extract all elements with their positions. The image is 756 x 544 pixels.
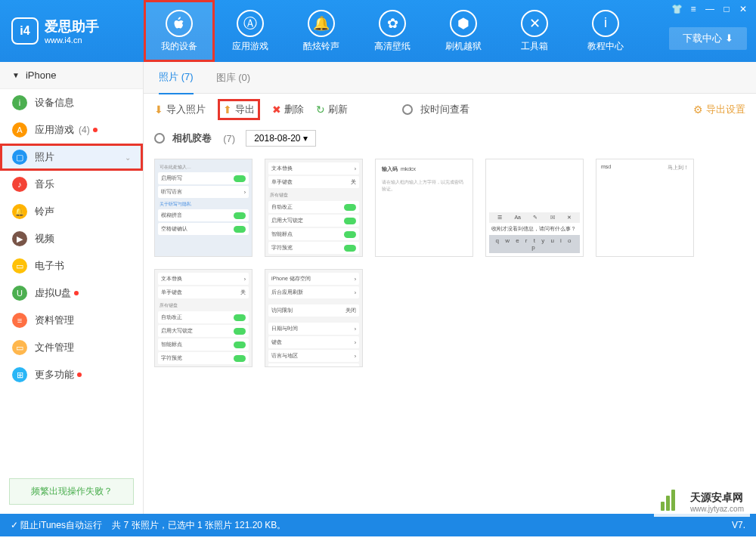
- chevron-down-icon: ⌄: [125, 153, 131, 162]
- chevron-down-icon: ▾: [303, 133, 308, 144]
- import-icon: ⬇: [154, 104, 163, 116]
- sidebar-item-udisk[interactable]: U 虚拟U盘: [0, 280, 143, 307]
- flower-icon: ✿: [379, 10, 406, 37]
- music-icon: ♪: [12, 177, 27, 192]
- sidebar-item-more[interactable]: ⊞ 更多功能: [0, 361, 143, 388]
- main-nav: 我的设备 Ⓐ 应用游戏 🔔 酷炫铃声 ✿ 高清壁纸 ⬢ 刷机越狱 ✕ 工具箱 i…: [144, 0, 756, 62]
- nav-wallpapers[interactable]: ✿ 高清壁纸: [357, 0, 428, 62]
- info-icon: i: [12, 95, 27, 110]
- radio-icon: [402, 104, 413, 115]
- bell-icon: 🔔: [12, 204, 27, 219]
- usb-icon: U: [12, 286, 27, 301]
- status-bar: ✓ 阻止iTunes自动运行 共 7 张照片，已选中 1 张照片 121.20 …: [0, 514, 756, 536]
- wrench-icon: ✕: [521, 10, 548, 37]
- photo-thumb[interactable]: ☰Aa✎☒✕ 收刚才没看到信息，请问有什么事？ q w e r t y u i …: [485, 159, 584, 257]
- photo-thumb[interactable]: iPhone 储存空间› 后台应用刷新› 访问限制关闭 日期与时间› 键盘› 语…: [265, 269, 363, 367]
- video-icon: ▶: [12, 231, 27, 246]
- watermark: 天源安卓网 www.jytyaz.com: [654, 487, 750, 517]
- sidebar-item-photos[interactable]: ▢ 照片 ⌄: [0, 144, 143, 171]
- delete-icon: ✖: [272, 104, 281, 116]
- book-icon: ▭: [12, 258, 27, 274]
- date-selector[interactable]: 2018-08-20 ▾: [246, 130, 316, 147]
- main-content: 照片 (7) 图库 (0) ⬇ 导入照片 ⬆ 导出 ✖ 删除 ↻ 刷新: [144, 62, 756, 514]
- sidebar-item-apps[interactable]: A 应用游戏 (4): [0, 116, 143, 144]
- window-controls: 👕 ≡ — □ ✕: [668, 3, 751, 15]
- nav-toolbox[interactable]: ✕ 工具箱: [499, 0, 570, 62]
- import-button[interactable]: ⬇ 导入照片: [154, 103, 206, 116]
- export-button[interactable]: ⬆ 导出: [218, 99, 260, 120]
- version-label: V7.: [732, 520, 745, 530]
- export-settings-button[interactable]: ⚙ 导出设置: [693, 103, 745, 116]
- view-by-time-button[interactable]: 按时间查看: [402, 103, 469, 116]
- app-icon: A: [12, 122, 27, 138]
- tshirt-icon[interactable]: 👕: [668, 3, 685, 15]
- photo-icon: ▢: [12, 150, 27, 165]
- sidebar-item-music[interactable]: ♪ 音乐: [0, 171, 143, 198]
- photo-thumb[interactable]: 输入码 mkdcx 请在输入框内输入上方字符，以完成密码验证。: [375, 159, 473, 257]
- photo-thumb[interactable]: 文本替换› 单手键盘关 所有键盘 自动改正 启用大写锁定 智能标点 字符预览: [154, 269, 253, 367]
- filter-row: 相机胶卷 (7) 2018-08-20 ▾: [144, 125, 756, 151]
- photo-thumb[interactable]: 可在此处输入… 启用听写 听写语言› 关于听写与隐私 模糊拼音 空格键确认: [154, 159, 253, 257]
- notification-dot: [74, 291, 79, 295]
- sidebar-item-video[interactable]: ▶ 视频: [0, 225, 143, 252]
- download-center-button[interactable]: 下载中心 ⬇: [669, 27, 747, 50]
- app-header: i4 爱思助手 www.i4.cn 我的设备 Ⓐ 应用游戏 🔔 酷炫铃声 ✿ 高…: [0, 0, 756, 62]
- tab-photos[interactable]: 照片 (7): [159, 61, 194, 94]
- logo-area: i4 爱思助手 www.i4.cn: [0, 17, 144, 45]
- app-subtitle: www.i4.cn: [45, 36, 99, 45]
- maximize-button[interactable]: □: [718, 3, 735, 15]
- app-title: 爱思助手: [45, 17, 99, 36]
- sidebar-item-ringtones[interactable]: 🔔 铃声: [0, 198, 143, 225]
- device-header[interactable]: ▼ iPhone: [0, 62, 143, 89]
- delete-button[interactable]: ✖ 删除: [272, 103, 304, 116]
- sidebar: ▼ iPhone i 设备信息 A 应用游戏 (4) ▢ 照片 ⌄ ♪ 音乐 🔔…: [0, 62, 144, 514]
- status-info: 共 7 张照片，已选中 1 张照片 121.20 KB。: [112, 519, 286, 532]
- close-button[interactable]: ✕: [735, 3, 751, 15]
- photo-thumb[interactable]: msd马上到！: [596, 159, 694, 257]
- app-icon: Ⓐ: [237, 10, 264, 37]
- download-icon: ⬇: [725, 32, 733, 44]
- grid-icon: ⊞: [12, 367, 27, 382]
- photo-grid: 可在此处输入… 启用听写 听写语言› 关于听写与隐私 模糊拼音 空格键确认 文本…: [144, 151, 756, 514]
- nav-my-device[interactable]: 我的设备: [144, 0, 215, 62]
- refresh-button[interactable]: ↻ 刷新: [316, 103, 348, 116]
- export-icon: ⬆: [223, 104, 232, 116]
- watermark-icon: [660, 490, 684, 514]
- info-icon: i: [592, 10, 619, 37]
- tab-gallery[interactable]: 图库 (0): [216, 62, 251, 94]
- chevron-down-icon: ▼: [12, 71, 20, 79]
- sidebar-item-ebooks[interactable]: ▭ 电子书: [0, 252, 143, 280]
- refresh-icon: ↻: [316, 104, 325, 116]
- sidebar-item-device-info[interactable]: i 设备信息: [0, 89, 143, 116]
- nav-flash[interactable]: ⬢ 刷机越狱: [428, 0, 499, 62]
- sidebar-item-files[interactable]: ▭ 文件管理: [0, 334, 143, 361]
- photo-thumb[interactable]: 文本替换› 单手键盘关 所有键盘 自动改正 启用大写锁定 智能标点 字符预览: [265, 159, 363, 257]
- album-radio[interactable]: 相机胶卷 (7): [154, 131, 235, 145]
- box-icon: ⬢: [450, 10, 477, 37]
- bell-icon: 🔔: [308, 10, 335, 37]
- radio-icon: [154, 133, 165, 144]
- check-icon: ✓: [11, 520, 18, 530]
- menu-icon[interactable]: ≡: [685, 3, 702, 15]
- list-icon: ≡: [12, 313, 27, 328]
- itunes-block-toggle[interactable]: 阻止iTunes自动运行: [20, 519, 102, 532]
- gear-icon: ⚙: [693, 104, 703, 116]
- apple-icon: [166, 10, 193, 37]
- folder-icon: ▭: [12, 340, 27, 355]
- logo-icon: i4: [11, 17, 39, 45]
- notification-dot: [77, 372, 82, 377]
- notification-dot: [93, 128, 98, 132]
- toolbar: ⬇ 导入照片 ⬆ 导出 ✖ 删除 ↻ 刷新 按时间查看 ⚙: [144, 94, 756, 125]
- nav-tutorials[interactable]: i 教程中心: [570, 0, 641, 62]
- nav-apps[interactable]: Ⓐ 应用游戏: [215, 0, 286, 62]
- tab-bar: 照片 (7) 图库 (0): [144, 62, 756, 94]
- sidebar-item-data[interactable]: ≡ 资料管理: [0, 307, 143, 334]
- nav-ringtones[interactable]: 🔔 酷炫铃声: [286, 0, 357, 62]
- help-button[interactable]: 频繁出现操作失败？: [9, 478, 134, 505]
- minimize-button[interactable]: —: [702, 3, 718, 15]
